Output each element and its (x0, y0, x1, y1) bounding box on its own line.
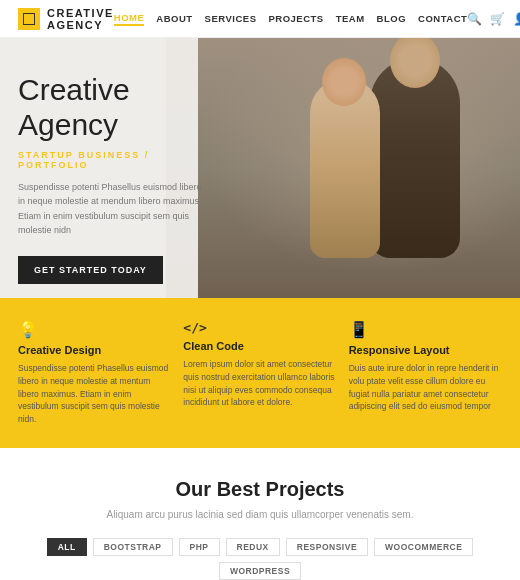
navbar: CREATIVE AGENCY HOME ABOUT SERVICES PROJ… (0, 0, 520, 38)
logo-icon (18, 8, 40, 30)
feature-title-0: Creative Design (18, 344, 171, 356)
nav-home[interactable]: HOME (114, 12, 145, 26)
hero-content: CreativeAgency STARTUP BUSINESS / PORTFO… (18, 73, 218, 284)
logo-text: CREATIVE AGENCY (47, 7, 114, 31)
search-icon[interactable]: 🔍 (467, 12, 482, 26)
nav-blog[interactable]: BLOG (377, 13, 406, 24)
nav-icons: 🔍 🛒 👤 ☰ (467, 12, 520, 26)
feature-desc-1: Lorem ipsum dolor sit amet consectetur q… (183, 358, 336, 409)
projects-section: Our Best Projects Aliquam arcu purus lac… (0, 448, 520, 580)
feature-desc-0: Suspendisse potenti Phasellus euismod li… (18, 362, 171, 426)
hero-description: Suspendisse potenti Phasellus euismod li… (18, 180, 203, 238)
filter-responsive[interactable]: RESPONSIVE (286, 538, 368, 556)
hero-person-2 (310, 78, 380, 258)
nav-contact[interactable]: CONTACT (418, 13, 467, 24)
filter-wordpress[interactable]: WORDPRESS (219, 562, 301, 580)
projects-title: Our Best Projects (18, 478, 502, 501)
feature-title-1: Clean Code (183, 340, 336, 352)
nav-team[interactable]: TEAM (336, 13, 365, 24)
cart-icon[interactable]: 🛒 (490, 12, 505, 26)
feature-desc-2: Duis aute irure dolor in repre henderit … (349, 362, 502, 413)
nav-links: HOME ABOUT SERVICES PROJECTS TEAM BLOG C… (114, 12, 467, 26)
lightbulb-icon: 💡 (18, 320, 171, 339)
hero-cta-button[interactable]: GET STARTED TODAY (18, 256, 163, 284)
filter-php[interactable]: PHP (179, 538, 220, 556)
nav-services[interactable]: SERVICES (205, 13, 257, 24)
hero-section: CreativeAgency STARTUP BUSINESS / PORTFO… (0, 38, 520, 298)
nav-about[interactable]: ABOUT (156, 13, 192, 24)
filter-redux[interactable]: REDUX (226, 538, 280, 556)
feature-creative-design: 💡 Creative Design Suspendisse potenti Ph… (18, 320, 171, 426)
logo[interactable]: CREATIVE AGENCY (18, 7, 114, 31)
hero-background (166, 38, 520, 298)
feature-responsive: 📱 Responsive Layout Duis aute irure dolo… (349, 320, 502, 426)
hero-title: CreativeAgency (18, 73, 218, 142)
hero-person-1 (370, 58, 460, 258)
user-icon[interactable]: 👤 (513, 12, 520, 26)
mobile-icon: 📱 (349, 320, 502, 339)
features-section: 💡 Creative Design Suspendisse potenti Ph… (0, 298, 520, 448)
filter-tags: ALL BOOTSTRAP PHP REDUX RESPONSIVE WOOCO… (18, 538, 502, 580)
filter-all[interactable]: ALL (47, 538, 87, 556)
nav-projects[interactable]: PROJECTS (268, 13, 323, 24)
code-icon: </> (183, 320, 336, 335)
feature-title-2: Responsive Layout (349, 344, 502, 356)
projects-subtitle: Aliquam arcu purus lacinia sed diam quis… (18, 509, 502, 520)
hero-subtitle: STARTUP BUSINESS / PORTFOLIO (18, 150, 218, 170)
filter-bootstrap[interactable]: BOOTSTRAP (93, 538, 173, 556)
filter-woocommerce[interactable]: WOOCOMMERCE (374, 538, 473, 556)
feature-clean-code: </> Clean Code Lorem ipsum dolor sit ame… (183, 320, 336, 426)
